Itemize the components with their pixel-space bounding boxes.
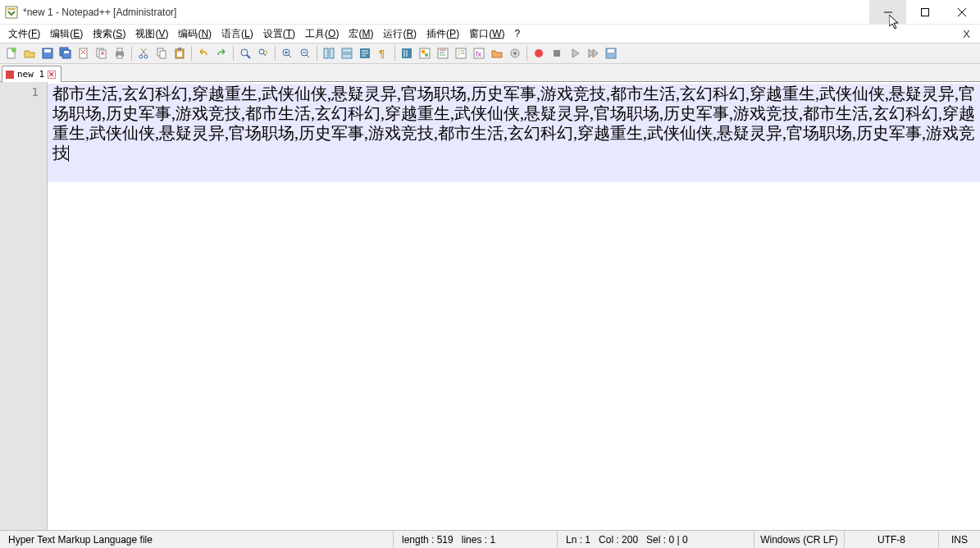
- menu-help[interactable]: ?: [509, 26, 525, 41]
- status-mode[interactable]: INS: [939, 531, 980, 548]
- menu-window[interactable]: 窗口(W): [464, 25, 509, 43]
- funclist-icon: fx: [472, 47, 485, 60]
- stop-button[interactable]: [549, 45, 565, 62]
- menu-language[interactable]: 语言(L): [217, 25, 258, 43]
- play-button[interactable]: [567, 45, 583, 62]
- paste-button[interactable]: [171, 45, 188, 62]
- menu-encoding[interactable]: 编码(N): [173, 25, 217, 43]
- menu-search[interactable]: 搜索(S): [88, 25, 130, 43]
- stop-icon: [550, 47, 563, 60]
- toolbar-separator: [526, 46, 527, 61]
- menu-plugins[interactable]: 插件(P): [422, 25, 464, 43]
- tab-close-button[interactable]: ✕: [48, 71, 56, 79]
- save-all-icon: [59, 47, 72, 60]
- status-encoding[interactable]: UTF-8: [845, 531, 939, 548]
- folder-icon: [490, 47, 504, 60]
- close-file-button[interactable]: [75, 45, 92, 62]
- cut-button[interactable]: [135, 45, 152, 62]
- close-all-button[interactable]: [93, 45, 110, 62]
- open-file-button[interactable]: [21, 45, 38, 62]
- play-multi-button[interactable]: [585, 45, 601, 62]
- svg-rect-28: [160, 51, 166, 58]
- svg-rect-43: [324, 48, 328, 58]
- menu-edit[interactable]: 编辑(E): [45, 25, 88, 43]
- doclist-icon: [454, 47, 467, 60]
- redo-button[interactable]: [213, 45, 230, 62]
- svg-rect-30: [178, 48, 181, 50]
- open-file-icon: [23, 47, 36, 60]
- save-all-button[interactable]: [57, 45, 74, 62]
- sync-v-icon: [322, 47, 335, 60]
- menu-settings[interactable]: 设置(T): [258, 25, 300, 43]
- redo-icon: [215, 47, 228, 60]
- save-macro-icon: [604, 47, 618, 60]
- zoom-out-button[interactable]: [297, 45, 313, 62]
- toolbar-separator: [275, 46, 276, 61]
- record-button[interactable]: [531, 45, 547, 62]
- save-macro-button[interactable]: [603, 45, 619, 62]
- close-button[interactable]: [943, 0, 980, 25]
- indent-guide-button[interactable]: [399, 45, 415, 62]
- play-multi-icon: [586, 47, 599, 60]
- close-doc-icon: [77, 47, 90, 60]
- undo-button[interactable]: [195, 45, 212, 62]
- close-all-icon: [95, 47, 108, 60]
- minimize-button[interactable]: [869, 0, 906, 25]
- save-button[interactable]: [39, 45, 56, 62]
- menu-view[interactable]: 视图(V): [130, 25, 173, 43]
- sync-h-button[interactable]: [339, 45, 355, 62]
- copy-icon: [155, 47, 168, 60]
- svg-rect-21: [117, 48, 122, 52]
- wrap-button[interactable]: [357, 45, 373, 62]
- svg-line-33: [247, 55, 250, 58]
- print-button[interactable]: [112, 45, 128, 62]
- copy-button[interactable]: [153, 45, 170, 62]
- tabbar: new 1 ✕: [0, 64, 980, 82]
- zoom-in-button[interactable]: [279, 45, 295, 62]
- svg-rect-3: [921, 8, 928, 16]
- toolbar-separator: [394, 46, 395, 61]
- status-language[interactable]: Hyper Text Markup Language file: [0, 531, 394, 548]
- svg-rect-73: [608, 49, 614, 53]
- doc-map-button[interactable]: [435, 45, 451, 62]
- find-button[interactable]: [237, 45, 253, 62]
- menu-run[interactable]: 运行(R): [378, 25, 422, 43]
- new-file-button[interactable]: [3, 45, 20, 62]
- line-number: 1: [0, 85, 39, 98]
- record-icon: [532, 47, 545, 60]
- sync-v-button[interactable]: [321, 45, 337, 62]
- find-icon: [239, 47, 252, 60]
- statusbar: Hyper Text Markup Language file length :…: [0, 530, 980, 548]
- maximize-button[interactable]: [906, 0, 943, 25]
- svg-rect-57: [425, 53, 428, 57]
- func-list-button[interactable]: fx: [471, 45, 487, 62]
- editor: 1 都市生活,玄幻科幻,穿越重生,武侠仙侠,悬疑灵异,官场职场,历史军事,游戏竞…: [0, 82, 980, 530]
- window-title: *new 1 - Notepad++ [Administrator]: [23, 7, 869, 18]
- tab-new-1[interactable]: new 1 ✕: [2, 66, 62, 82]
- doc-close-button[interactable]: X: [963, 28, 970, 40]
- doc-list-button[interactable]: [453, 45, 469, 62]
- indent-icon: [400, 47, 413, 60]
- text-caret: [68, 145, 69, 162]
- zoom-in-icon: [280, 47, 294, 60]
- menu-tools[interactable]: 工具(O): [300, 25, 344, 43]
- folder-panel-button[interactable]: [489, 45, 505, 62]
- all-chars-button[interactable]: ¶: [375, 45, 391, 62]
- status-eol[interactable]: Windows (CR LF): [754, 531, 845, 548]
- toolbar: ¶ fx: [0, 43, 980, 64]
- svg-line-42: [307, 55, 309, 57]
- svg-rect-22: [117, 55, 122, 58]
- titlebar: *new 1 - Notepad++ [Administrator]: [0, 0, 980, 25]
- monitor-button[interactable]: [507, 45, 523, 62]
- udl-button[interactable]: [417, 45, 433, 62]
- udl-icon: [418, 47, 431, 60]
- status-position: Ln : 1 Col : 200 Sel : 0 | 0: [558, 531, 754, 548]
- text-area[interactable]: 都市生活,玄幻科幻,穿越重生,武侠仙侠,悬疑灵异,官场职场,历史军事,游戏竞技,…: [48, 82, 980, 530]
- menu-file[interactable]: 文件(F): [3, 25, 45, 43]
- toolbar-separator: [131, 46, 132, 61]
- svg-text:fx: fx: [476, 50, 482, 58]
- replace-button[interactable]: [255, 45, 271, 62]
- svg-point-69: [513, 52, 517, 55]
- menu-macro[interactable]: 宏(M): [344, 25, 378, 43]
- paste-icon: [173, 47, 186, 60]
